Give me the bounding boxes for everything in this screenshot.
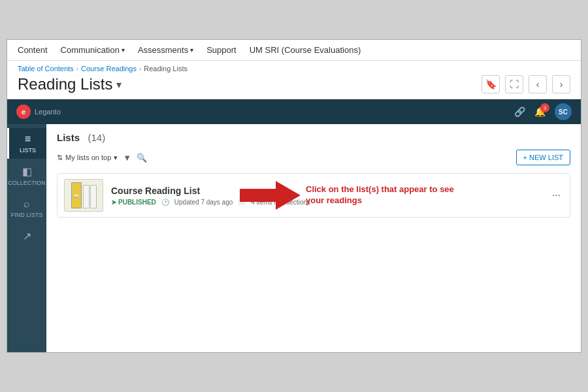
breadcrumb-toc[interactable]: Table of Contents <box>18 65 74 73</box>
leganto-logo-text: Leganto <box>35 108 61 116</box>
bookmark-button[interactable]: 🔖 <box>482 75 500 93</box>
list-more-button[interactable]: ··· <box>549 189 563 201</box>
list-item-content: Course Reading List ➤ PUBLISHED 🕐 Update… <box>111 186 542 206</box>
lists-header: Lists (14) <box>57 132 570 143</box>
breadcrumb-area: Table of Contents › Course Readings › Re… <box>7 61 581 73</box>
toolbar-left: ⇅ My lists on top ▾ ▼ 🔍 <box>57 153 147 163</box>
leganto-logo-circle: e <box>16 105 31 119</box>
updated-text: Updated 7 days ago <box>174 199 233 206</box>
filter-button[interactable]: ▼ <box>123 153 131 163</box>
lists-label: Lists <box>57 132 80 143</box>
sidebar-item-collection-label: COLLECTION <box>8 180 46 186</box>
new-list-button[interactable]: + NEW LIST <box>516 150 570 165</box>
nav-um-sri[interactable]: UM SRI (Course Evaluations) <box>250 45 361 55</box>
leganto-logo: e Leganto <box>16 105 61 119</box>
find-lists-icon: ⌕ <box>24 198 30 210</box>
sidebar-item-lists[interactable]: ≡ LISTS <box>7 128 46 159</box>
list-meta: ➤ PUBLISHED 🕐 Updated 7 days ago 📄 4 ite… <box>111 199 542 206</box>
notification-icon[interactable]: 🔔 3 <box>534 106 546 117</box>
thumbnail-inner: 📖 <box>71 182 97 208</box>
lists-toolbar: ⇅ My lists on top ▾ ▼ 🔍 + NEW LIST <box>57 150 570 165</box>
search-button[interactable]: 🔍 <box>137 153 147 163</box>
list-row-wrapper: 📖 Course Reading List <box>57 173 570 218</box>
topbar-right: 🔗 🔔 3 SC <box>514 103 572 120</box>
list-thumbnail: 📖 <box>64 179 103 212</box>
sort-chevron-icon: ▾ <box>114 154 118 162</box>
leganto-topbar: e Leganto 🔗 🔔 3 SC <box>7 99 581 124</box>
top-navigation: Content Communication Assessments Suppor… <box>7 40 581 61</box>
nav-support[interactable]: Support <box>206 45 237 55</box>
sidebar-item-find-lists[interactable]: ⌕ FIND LISTS <box>7 193 46 223</box>
breadcrumb: Table of Contents › Course Readings › Re… <box>18 65 570 73</box>
collection-icon: ◧ <box>22 165 32 178</box>
page-right <box>90 185 97 208</box>
filter-icon: ▼ <box>123 153 131 163</box>
reading-list-item[interactable]: 📖 Course Reading List <box>57 173 570 218</box>
search-icon: 🔍 <box>137 153 147 163</box>
publish-arrow-icon: ➤ <box>111 199 116 206</box>
book-cover: 📖 <box>71 182 82 208</box>
page-left <box>83 185 90 208</box>
page-title: Reading Lists ▾ <box>18 75 122 93</box>
analytics-icon: ↗ <box>23 230 31 242</box>
lists-count: (14) <box>88 132 106 143</box>
book-pages <box>83 185 97 208</box>
breadcrumb-sep-2: › <box>139 65 141 73</box>
next-button[interactable]: › <box>552 75 570 93</box>
leganto-wrapper: e Leganto 🔗 🔔 3 SC ≡ <box>7 99 581 352</box>
sort-button[interactable]: ⇅ My lists on top ▾ <box>57 154 118 162</box>
notification-badge: 3 <box>540 103 549 112</box>
nav-content[interactable]: Content <box>18 45 48 55</box>
list-title: Course Reading List <box>111 186 542 196</box>
link-icon[interactable]: 🔗 <box>514 106 525 117</box>
clock-icon: 🕐 <box>161 199 169 206</box>
items-icon: 📄 <box>238 199 246 206</box>
page-title-chevron-icon[interactable]: ▾ <box>116 78 122 91</box>
expand-button[interactable]: ⛶ <box>505 75 523 93</box>
breadcrumb-current: Reading Lists <box>144 65 188 73</box>
lists-icon: ≡ <box>25 133 31 145</box>
page-title-text: Reading Lists <box>18 75 112 93</box>
main-content: e Leganto 🔗 🔔 3 SC ≡ <box>7 99 581 352</box>
sidebar-item-analytics[interactable]: ↗ <box>7 225 46 248</box>
title-actions: 🔖 ⛶ ‹ › <box>482 75 570 93</box>
items-text: 4 items in 2 sections <box>251 199 310 206</box>
sidebar-item-lists-label: LISTS <box>20 147 36 154</box>
nav-communication[interactable]: Communication <box>61 45 125 55</box>
published-badge: ➤ PUBLISHED <box>111 199 156 206</box>
published-label: PUBLISHED <box>118 199 156 206</box>
sidebar-item-collection[interactable]: ◧ COLLECTION <box>7 160 46 191</box>
nav-assessments[interactable]: Assessments <box>138 45 193 55</box>
app-container: Content Communication Assessments Suppor… <box>7 39 581 353</box>
sort-icon: ⇅ <box>57 154 63 162</box>
leganto-sidebar: ≡ LISTS ◧ COLLECTION ⌕ FIND LISTS ↗ <box>7 124 46 352</box>
sidebar-item-find-label: FIND LISTS <box>11 212 43 218</box>
prev-button[interactable]: ‹ <box>529 75 547 93</box>
sort-label: My lists on top <box>65 154 111 161</box>
breadcrumb-sep-1: › <box>76 65 78 73</box>
leganto-body: ≡ LISTS ◧ COLLECTION ⌕ FIND LISTS ↗ <box>7 124 581 352</box>
user-avatar[interactable]: SC <box>555 103 572 120</box>
leganto-content: Lists (14) ⇅ My lists on top ▾ <box>46 124 581 352</box>
breadcrumb-course-readings[interactable]: Course Readings <box>81 65 137 73</box>
page-title-row: Reading Lists ▾ 🔖 ⛶ ‹ › <box>7 73 581 99</box>
